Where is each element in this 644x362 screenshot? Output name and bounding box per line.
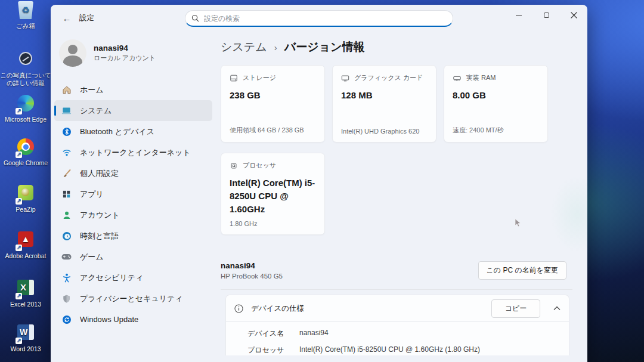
desktop-icon-label: Word 2013 xyxy=(0,345,51,353)
card-detail: 1.80 GHz xyxy=(230,220,257,227)
sidebar-item-label: システム xyxy=(80,106,112,116)
desktop-icon-excel[interactable]: X ↗ Excel 2013 xyxy=(0,278,51,308)
card-value: 128 MB xyxy=(341,89,428,102)
spec-label: プロセッサ xyxy=(247,345,299,355)
section-divider xyxy=(221,289,572,290)
sidebar-item-system[interactable]: システム xyxy=(54,100,212,121)
sidebar-item-label: ネットワークとインターネット xyxy=(80,147,191,158)
breadcrumb-parent[interactable]: システム xyxy=(221,39,267,55)
recycle-bin-icon: ♻ xyxy=(18,1,33,19)
device-specs-table: デバイス名 nanasi94 プロセッサ Intel(R) Core(TM) i… xyxy=(226,322,569,355)
maximize-button[interactable] xyxy=(532,5,560,25)
spec-row-processor: プロセッサ Intel(R) Core(TM) i5-8250U CPU @ 1… xyxy=(247,345,561,355)
device-name: nanasi94 xyxy=(221,261,283,270)
processor-card: プロセッサ Intel(R) Core(TM) i5-8250U CPU @ 1… xyxy=(221,153,325,235)
minimize-button[interactable] xyxy=(505,5,532,25)
sidebar: nanasi94 ローカル アカウント ホーム システム xyxy=(51,31,221,362)
device-specs-expander: デバイスの仕様 コピー デバイス名 nanasi94 プロセッサ Intel(R… xyxy=(225,295,569,355)
system-icon xyxy=(61,106,72,116)
desktop-icon-label: Google Chrome xyxy=(0,159,51,167)
privacy-shield-icon xyxy=(61,293,72,304)
desktop-icon-label: Adobe Acrobat xyxy=(0,252,51,260)
sidebar-item-personalization[interactable]: 個人用設定 xyxy=(54,163,212,184)
bluetooth-icon xyxy=(61,126,72,137)
card-label: 実装 RAM xyxy=(466,73,496,82)
sidebar-item-gaming[interactable]: ゲーム xyxy=(54,246,212,267)
sidebar-item-accessibility[interactable]: アクセシビリティ xyxy=(54,267,212,288)
titlebar[interactable]: ← 設定 xyxy=(51,5,587,31)
page-title: バージョン情報 xyxy=(284,39,365,55)
shortcut-arrow-icon: ↗ xyxy=(16,108,22,115)
card-label: ストレージ xyxy=(243,73,276,82)
breadcrumb-separator-icon: › xyxy=(274,42,277,52)
search-input[interactable] xyxy=(204,14,447,23)
personalization-icon xyxy=(61,168,72,178)
card-value: 8.00 GB xyxy=(453,89,539,102)
storage-card: ストレージ 238 GB 使用領域 64 GB / 238 GB xyxy=(221,65,325,143)
sidebar-item-time-language[interactable]: 時刻と言語 xyxy=(54,225,212,246)
sidebar-item-label: Windows Update xyxy=(80,315,138,324)
desktop-icon-chrome[interactable]: ↗ Google Chrome xyxy=(0,137,51,167)
sidebar-item-home[interactable]: ホーム xyxy=(54,79,212,100)
user-name: nanasi94 xyxy=(94,44,156,52)
search-icon xyxy=(191,14,199,22)
sidebar-item-label: ゲーム xyxy=(80,252,104,262)
gaming-icon xyxy=(61,252,72,262)
sidebar-item-label: プライバシーとセキュリティ xyxy=(80,293,183,304)
mouse-cursor xyxy=(515,218,522,228)
desktop-icon-recycle-bin[interactable]: ♻ ごみ箱 xyxy=(0,1,51,30)
cpu-icon xyxy=(230,162,238,170)
desktop-icon-label: ごみ箱 xyxy=(0,22,51,30)
graphics-card: グラフィックス カード 128 MB Intel(R) UHD Graphics… xyxy=(332,65,436,143)
shortcut-arrow-icon: ↗ xyxy=(16,338,22,344)
back-arrow-icon: ← xyxy=(63,13,72,23)
window-controls xyxy=(505,5,587,25)
rename-pc-button[interactable]: この PC の名前を変更 xyxy=(478,261,566,280)
search-box[interactable] xyxy=(185,10,453,27)
desktop-icon-peazip[interactable]: ↗ PeaZip xyxy=(0,183,51,214)
photo-info-icon xyxy=(19,52,32,65)
card-detail: 使用領域 64 GB / 238 GB xyxy=(230,126,304,135)
desktop-icon-photo-info[interactable]: この写真についての詳しい情報 xyxy=(0,49,51,87)
info-icon xyxy=(234,304,243,313)
card-label: プロセッサ xyxy=(243,161,276,170)
shortcut-arrow-icon: ↗ xyxy=(16,198,22,205)
close-icon xyxy=(571,12,577,18)
account-type: ローカル アカウント xyxy=(94,54,156,63)
shortcut-arrow-icon: ↗ xyxy=(16,151,22,158)
ram-icon xyxy=(453,74,462,82)
app-title: 設定 xyxy=(79,13,94,23)
desktop-icon-label: この写真についての詳しい情報 xyxy=(0,72,51,87)
user-profile[interactable]: nanasi94 ローカル アカウント xyxy=(59,39,156,67)
sidebar-item-accounts[interactable]: アカウント xyxy=(54,205,212,225)
sidebar-item-label: Bluetooth とデバイス xyxy=(80,126,154,137)
main-content: システム › バージョン情報 ストレージ 238 GB 使用領域 64 GB /… xyxy=(221,31,572,362)
chevron-up-icon[interactable] xyxy=(553,306,561,311)
network-icon xyxy=(61,147,72,157)
desktop-icon-edge[interactable]: ↗ Microsoft Edge xyxy=(0,94,51,123)
copy-button[interactable]: コピー xyxy=(491,299,540,318)
device-specs-title: デバイスの仕様 xyxy=(251,304,304,314)
desktop-icon-label: Excel 2013 xyxy=(0,301,51,308)
card-label: グラフィックス カード xyxy=(354,73,423,82)
sidebar-item-windows-update[interactable]: Windows Update xyxy=(54,309,212,330)
card-value: Intel(R) Core(TM) i5-8250U CPU @ 1.60GHz xyxy=(230,177,316,215)
apps-icon xyxy=(61,189,72,199)
sidebar-nav: ホーム システム Bluetooth とデバイス ネットワークとインターネッ xyxy=(54,79,212,330)
sidebar-item-privacy-security[interactable]: プライバシーとセキュリティ xyxy=(54,288,212,309)
desktop-icon-label: Microsoft Edge xyxy=(0,116,51,123)
spec-value: nanasi94 xyxy=(299,329,329,339)
card-detail: Intel(R) UHD Graphics 620 xyxy=(341,128,419,135)
info-cards-row: ストレージ 238 GB 使用領域 64 GB / 238 GB グラフィックス… xyxy=(221,65,572,143)
device-name-section: nanasi94 HP ProBook 450 G5 この PC の名前を変更 xyxy=(221,261,572,280)
back-button[interactable]: ← xyxy=(58,11,76,26)
desktop-icon-acrobat[interactable]: ▲ ↗ Adobe Acrobat xyxy=(0,230,51,260)
desktop-icon-word[interactable]: W ↗ Word 2013 xyxy=(0,323,51,353)
spec-label: デバイス名 xyxy=(247,329,299,339)
close-button[interactable] xyxy=(560,5,587,25)
sidebar-item-bluetooth-devices[interactable]: Bluetooth とデバイス xyxy=(54,121,212,142)
sidebar-item-apps[interactable]: アプリ xyxy=(54,184,212,205)
device-specs-header[interactable]: デバイスの仕様 コピー xyxy=(226,295,569,321)
minimize-icon xyxy=(516,15,522,16)
sidebar-item-network-internet[interactable]: ネットワークとインターネット xyxy=(54,142,212,163)
